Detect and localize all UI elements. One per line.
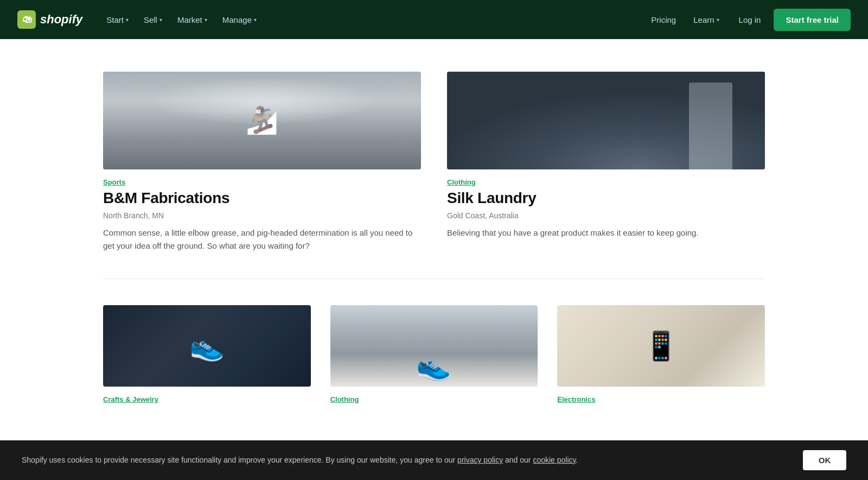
store-location-silk: Gold Coast, Australia: [447, 211, 765, 220]
store-image-bm: [103, 72, 421, 169]
main-content: Sports B&M Fabrications North Branch, MN…: [81, 39, 787, 428]
store-name-silk: Silk Laundry: [447, 190, 765, 207]
store-category-crafts[interactable]: Crafts & Jewelry: [103, 395, 311, 403]
store-image-silk: [447, 72, 765, 169]
store-location-bm: North Branch, MN: [103, 211, 421, 220]
store-image-electronics: [557, 305, 765, 387]
nav-links: Start ▾ Sell ▾ Market ▾ Manage ▾: [100, 11, 644, 29]
chevron-down-icon: ▾: [159, 17, 162, 23]
nav-sell[interactable]: Sell ▾: [137, 11, 169, 29]
store-card-clothing2: Clothing: [330, 305, 538, 407]
store-category-silk[interactable]: Clothing: [447, 178, 765, 186]
logo-icon: 🛍: [17, 10, 36, 29]
nav-manage[interactable]: Manage ▾: [216, 11, 263, 29]
store-category-clothing2[interactable]: Clothing: [330, 395, 538, 403]
nav-pricing[interactable]: Pricing: [644, 11, 682, 29]
chevron-down-icon: ▾: [254, 17, 257, 23]
store-image-crafts: [103, 305, 311, 387]
nav-login[interactable]: Log in: [730, 11, 770, 29]
logo[interactable]: 🛍 shopify: [17, 10, 82, 29]
store-card-crafts: Crafts & Jewelry: [103, 305, 311, 407]
featured-stores-row: Sports B&M Fabrications North Branch, MN…: [103, 72, 765, 252]
store-card-electronics: Electronics: [557, 305, 765, 407]
start-trial-button[interactable]: Start free trial: [774, 9, 851, 31]
main-nav: 🛍 shopify Start ▾ Sell ▾ Market ▾ Manage…: [0, 0, 868, 39]
nav-start[interactable]: Start ▾: [100, 11, 135, 29]
store-category-bm[interactable]: Sports: [103, 178, 421, 186]
more-stores-row: Crafts & Jewelry Clothing Electronics: [103, 305, 765, 407]
nav-right: Pricing Learn ▾ Log in Start free trial: [644, 9, 851, 31]
section-divider: [103, 279, 765, 279]
store-desc-bm: Common sense, a little elbow grease, and…: [103, 226, 421, 252]
chevron-down-icon: ▾: [126, 17, 129, 23]
store-card-silk: Clothing Silk Laundry Gold Coast, Austra…: [447, 72, 765, 252]
store-card-bm: Sports B&M Fabrications North Branch, MN…: [103, 72, 421, 252]
logo-text: shopify: [40, 12, 82, 27]
chevron-down-icon: ▾: [717, 17, 719, 23]
store-image-clothing2: [330, 305, 538, 387]
store-category-electronics[interactable]: Electronics: [557, 395, 765, 403]
nav-market[interactable]: Market ▾: [171, 11, 214, 29]
chevron-down-icon: ▾: [205, 17, 207, 23]
nav-learn[interactable]: Learn ▾: [687, 11, 725, 29]
store-desc-silk: Believing that you have a great product …: [447, 226, 765, 239]
store-name-bm: B&M Fabrications: [103, 190, 421, 207]
